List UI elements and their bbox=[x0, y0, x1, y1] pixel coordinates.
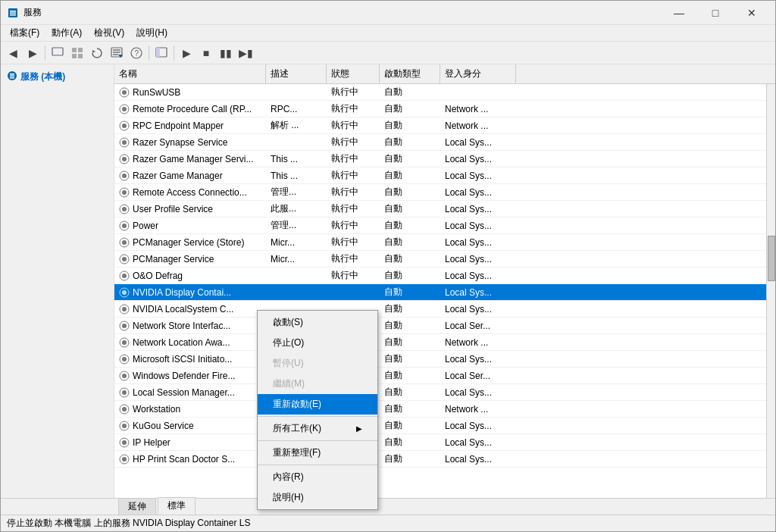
table-row[interactable]: User Profile Service 此服... 執行中 自動 Local … bbox=[114, 201, 766, 217]
toolbar-help[interactable]: ? bbox=[127, 44, 146, 62]
service-icon bbox=[119, 437, 130, 448]
toolbar-stop[interactable]: ■ bbox=[197, 44, 215, 62]
toolbar-refresh[interactable] bbox=[88, 44, 106, 62]
toolbar-pause[interactable]: ▮▮ bbox=[217, 44, 235, 62]
svg-rect-21 bbox=[10, 74, 14, 75]
scrollbar-thumb[interactable] bbox=[768, 236, 775, 281]
service-start-type: 自動 bbox=[380, 217, 440, 233]
col-header-desc[interactable]: 描述 bbox=[266, 64, 327, 83]
main-window: 服務 — □ ✕ 檔案(F) 動作(A) 檢視(V) 說明(H) ◀ ▶ ? bbox=[0, 0, 776, 532]
service-logon: Local Sys... bbox=[440, 418, 516, 433]
table-row[interactable]: O&O Defrag 執行中 自動 Local Sys... bbox=[114, 268, 766, 284]
service-icon bbox=[119, 421, 130, 431]
context-refresh[interactable]: 重新整理(F) bbox=[258, 443, 377, 463]
minimize-button[interactable]: — bbox=[662, 1, 696, 25]
service-logon: Local Sys... bbox=[440, 167, 516, 183]
table-row[interactable]: Power 管理... 執行中 自動 Local Sys... bbox=[114, 217, 766, 234]
table-row[interactable]: Razer Synapse Service 執行中 自動 Local Sys..… bbox=[114, 134, 766, 151]
close-button[interactable]: ✕ bbox=[734, 1, 769, 25]
toolbar-play[interactable]: ▶ bbox=[177, 44, 196, 62]
service-logon: Local Sys... bbox=[440, 384, 516, 400]
table-row[interactable]: Network Location Awa... 自動 Network ... bbox=[114, 334, 766, 351]
restore-button[interactable]: □ bbox=[698, 1, 733, 25]
tab-extended[interactable]: 延伸 bbox=[118, 498, 156, 515]
context-all-tasks[interactable]: 所有工作(K) ▶ bbox=[258, 418, 377, 439]
context-start[interactable]: 啟動(S) bbox=[258, 312, 377, 333]
service-icon bbox=[119, 254, 130, 264]
table-row[interactable]: KuGou Service 自動 Local Sys... bbox=[114, 418, 766, 434]
svg-point-45 bbox=[122, 257, 127, 261]
scrollbar[interactable] bbox=[766, 84, 775, 498]
table-row[interactable]: NVIDIA Display Contai... 自動 Local Sys... bbox=[114, 284, 766, 301]
service-icon bbox=[119, 404, 130, 415]
toolbar-panel[interactable] bbox=[152, 44, 171, 62]
service-icon bbox=[119, 271, 130, 281]
table-row[interactable]: Workstation 自動 Network ... bbox=[114, 401, 766, 418]
table-row[interactable]: Razer Game Manager This ... 執行中 自動 Local… bbox=[114, 167, 766, 184]
svg-point-25 bbox=[122, 90, 127, 95]
table-row[interactable]: Microsoft iSCSI Initiato... 自動 Local Sys… bbox=[114, 351, 766, 368]
table-row[interactable]: Remote Access Connectio... 管理... 執行中 自動 … bbox=[114, 184, 766, 201]
context-pause[interactable]: 暫停(U) bbox=[258, 353, 377, 374]
service-logon: Local Sys... bbox=[440, 301, 516, 317]
toolbar-forward[interactable]: ▶ bbox=[23, 44, 42, 62]
service-desc bbox=[266, 134, 327, 150]
service-icon bbox=[119, 354, 130, 365]
toolbar-views[interactable] bbox=[68, 44, 86, 62]
service-name: NVIDIA LocalSystem C... bbox=[114, 301, 266, 317]
service-list-body[interactable]: RunSwUSB 執行中 自動 Remote Procedure Call (R… bbox=[114, 84, 766, 498]
menu-view[interactable]: 檢視(V) bbox=[88, 25, 130, 41]
svg-rect-5 bbox=[54, 49, 61, 54]
table-row[interactable]: IP Helper 自動 Local Sys... bbox=[114, 434, 766, 451]
service-start-type: 自動 bbox=[380, 301, 440, 317]
main-content: 服務 (本機) 名稱 描述 狀態 啟動類型 登入身分 Ru bbox=[1, 64, 775, 498]
service-desc bbox=[266, 284, 327, 300]
table-row[interactable]: PCManager Service (Store) Micr... 執行中 自動… bbox=[114, 234, 766, 251]
tab-standard[interactable]: 標準 bbox=[158, 497, 196, 515]
table-row[interactable]: RPC Endpoint Mapper 解析 ... 執行中 自動 Networ… bbox=[114, 117, 766, 134]
context-help[interactable]: 說明(H) bbox=[258, 487, 377, 508]
service-icon bbox=[119, 387, 130, 398]
svg-point-57 bbox=[122, 357, 127, 361]
service-logon: Local Sys... bbox=[440, 201, 516, 217]
table-row[interactable]: PCManager Service Micr... 執行中 自動 Local S… bbox=[114, 251, 766, 268]
svg-rect-9 bbox=[78, 54, 83, 58]
table-row[interactable]: Remote Procedure Call (RP... RPC... 執行中 … bbox=[114, 101, 766, 117]
svg-rect-22 bbox=[10, 76, 14, 77]
tabs-bar: 延伸 標準 bbox=[1, 498, 775, 515]
context-resume[interactable]: 繼續(M) bbox=[258, 374, 377, 394]
service-start-type: 自動 bbox=[380, 84, 440, 100]
service-start-type: 自動 bbox=[380, 318, 440, 333]
svg-point-33 bbox=[122, 157, 127, 161]
col-header-status[interactable]: 狀態 bbox=[327, 64, 380, 83]
table-row[interactable]: HP Print Scan Doctor S... 自動 Local Sys..… bbox=[114, 451, 766, 468]
menu-action[interactable]: 動作(A) bbox=[45, 25, 88, 41]
col-header-name[interactable]: 名稱 bbox=[114, 64, 266, 83]
svg-rect-7 bbox=[78, 48, 83, 52]
service-logon: Local Sys... bbox=[440, 134, 516, 150]
table-row[interactable]: Local Session Manager... 自動 Local Sys... bbox=[114, 384, 766, 401]
toolbar-back[interactable]: ◀ bbox=[4, 44, 22, 62]
menu-file[interactable]: 檔案(F) bbox=[4, 25, 45, 41]
toolbar-up[interactable] bbox=[48, 44, 67, 62]
svg-point-67 bbox=[122, 440, 127, 445]
toolbar-restart[interactable]: ▶▮ bbox=[236, 44, 255, 62]
table-row[interactable]: Razer Game Manager Servi... This ... 執行中… bbox=[114, 151, 766, 167]
svg-rect-23 bbox=[10, 77, 14, 79]
context-restart[interactable]: 重新啟動(E) bbox=[258, 394, 377, 415]
menu-bar: 檔案(F) 動作(A) 檢視(V) 說明(H) bbox=[1, 25, 775, 42]
table-row[interactable]: NVIDIA LocalSystem C... 自動 Local Sys... bbox=[114, 301, 766, 318]
left-panel-services[interactable]: 服務 (本機) bbox=[1, 67, 114, 86]
table-row[interactable]: Windows Defender Fire... 自動 Local Ser... bbox=[114, 368, 766, 384]
toolbar-export[interactable] bbox=[108, 44, 126, 62]
context-stop[interactable]: 停止(O) bbox=[258, 333, 377, 353]
menu-help[interactable]: 說明(H) bbox=[130, 25, 174, 41]
service-name: Local Session Manager... bbox=[114, 384, 266, 400]
service-icon bbox=[119, 104, 130, 114]
service-icon bbox=[119, 221, 130, 231]
col-header-start[interactable]: 啟動類型 bbox=[380, 64, 440, 83]
context-properties[interactable]: 內容(R) bbox=[258, 467, 377, 487]
col-header-logon[interactable]: 登入身分 bbox=[440, 64, 516, 83]
table-row[interactable]: RunSwUSB 執行中 自動 bbox=[114, 84, 766, 101]
table-row[interactable]: Network Store Interfac... 自動 Local Ser..… bbox=[114, 318, 766, 334]
